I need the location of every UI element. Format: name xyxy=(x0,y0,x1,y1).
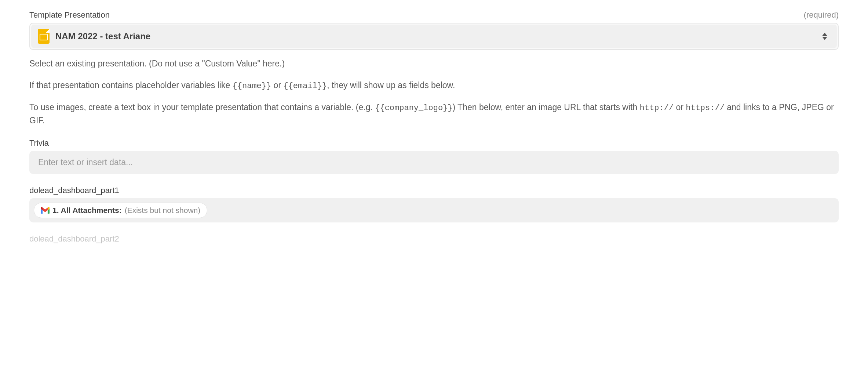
trivia-label: Trivia xyxy=(29,138,839,148)
google-slides-icon xyxy=(38,29,50,44)
help-text: Select an existing presentation. (Do not… xyxy=(29,57,839,127)
help-code: {{email}} xyxy=(283,81,327,91)
attachment-pill[interactable]: 1. All Attachments: (Exists but not show… xyxy=(34,203,207,218)
help-text-span: ) Then below, enter an image URL that st… xyxy=(452,102,639,112)
attachment-status: (Exists but not shown) xyxy=(125,206,201,215)
trivia-section: Trivia xyxy=(29,138,839,174)
sort-icon xyxy=(822,33,827,40)
dashboard-part1-label: dolead_dashboard_part1 xyxy=(29,186,839,195)
trivia-input-wrapper xyxy=(29,151,839,174)
help-text-span: To use images, create a text box in your… xyxy=(29,102,375,112)
help-code: {{company_logo}} xyxy=(375,104,452,113)
template-presentation-label: Template Presentation xyxy=(29,10,110,20)
help-text-span: If that presentation contains placeholde… xyxy=(29,80,233,90)
attachment-label: 1. All Attachments: xyxy=(52,206,122,215)
dashboard-part2-label: dolead_dashboard_part2 xyxy=(29,234,839,244)
trivia-input[interactable] xyxy=(38,157,830,167)
help-text-span: or xyxy=(271,80,283,90)
gmail-icon xyxy=(41,207,50,214)
dashboard-part1-section: dolead_dashboard_part1 1. All Attachment… xyxy=(29,186,839,222)
dashboard-part1-wrapper[interactable]: 1. All Attachments: (Exists but not show… xyxy=(29,198,839,222)
help-code: {{name}} xyxy=(233,81,271,91)
help-paragraph-3: To use images, create a text box in your… xyxy=(29,101,839,127)
help-code: http:// xyxy=(640,104,674,113)
help-paragraph-1: Select an existing presentation. (Do not… xyxy=(29,57,839,70)
label-row: Template Presentation (required) xyxy=(29,10,839,20)
select-wrapper: NAM 2022 - test Ariane xyxy=(29,23,839,50)
template-presentation-select[interactable]: NAM 2022 - test Ariane xyxy=(31,25,837,48)
help-paragraph-2: If that presentation contains placeholde… xyxy=(29,79,839,92)
template-presentation-section: Template Presentation (required) NAM 202… xyxy=(29,10,839,127)
help-text-span: , they will show up as fields below. xyxy=(327,80,455,90)
help-text-span: or xyxy=(674,102,686,112)
help-code: https:// xyxy=(686,104,725,113)
select-value: NAM 2022 - test Ariane xyxy=(55,31,822,41)
required-indicator: (required) xyxy=(804,10,839,20)
